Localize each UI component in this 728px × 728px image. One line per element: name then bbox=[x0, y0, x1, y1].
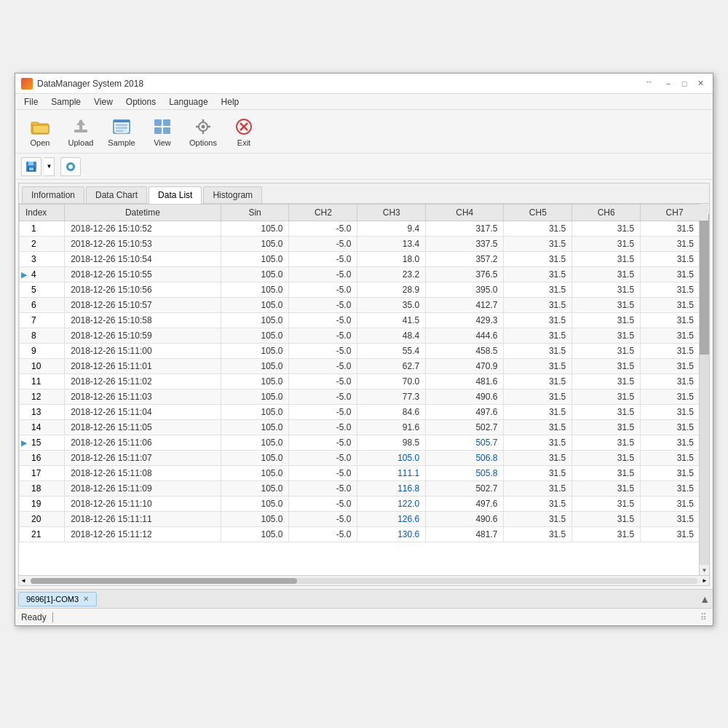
table-row[interactable]: 142018-12-26 15:11:05105.0-5.091.6502.73… bbox=[20, 420, 709, 435]
h-scroll-track[interactable] bbox=[31, 578, 697, 584]
menu-file[interactable]: File bbox=[18, 95, 44, 108]
cell-datetime: 2018-12-26 15:10:56 bbox=[65, 282, 221, 298]
table-row[interactable]: 212018-12-26 15:11:12105.0-5.0130.6481.7… bbox=[20, 527, 709, 542]
scroll-left-button[interactable]: ◄ bbox=[19, 577, 28, 584]
bottom-tab-bar: 9696[1]-COM3 ✕ ▲ bbox=[15, 589, 713, 608]
cell-ch3: 13.4 bbox=[357, 237, 426, 252]
tab-data-list[interactable]: Data List bbox=[149, 186, 202, 204]
cell-ch6: 31.5 bbox=[572, 221, 641, 237]
cell-datetime: 2018-12-26 15:11:08 bbox=[65, 466, 221, 481]
scroll-down-button[interactable]: ▼ bbox=[700, 565, 709, 575]
table-row[interactable]: 12018-12-26 15:10:52105.0-5.09.4317.531.… bbox=[20, 221, 709, 237]
table-row[interactable]: 192018-12-26 15:11:10105.0-5.0122.0497.6… bbox=[20, 496, 709, 512]
svg-rect-28 bbox=[29, 167, 33, 170]
menu-options[interactable]: Options bbox=[120, 95, 162, 108]
menu-language[interactable]: Language bbox=[163, 95, 213, 108]
table-row[interactable]: 32018-12-26 15:10:54105.0-5.018.0357.231… bbox=[20, 252, 709, 267]
upload-button[interactable]: Upload bbox=[62, 113, 100, 151]
maximize-button[interactable]: □ bbox=[678, 77, 691, 90]
second-toolbar: ▼ bbox=[15, 154, 713, 180]
table-row[interactable]: 72018-12-26 15:10:58105.0-5.041.5429.331… bbox=[20, 313, 709, 328]
cell-sin: 105.0 bbox=[221, 466, 289, 481]
cell-ch2: -5.0 bbox=[289, 344, 357, 359]
cell-ch3: 70.0 bbox=[357, 374, 426, 389]
scroll-right-button[interactable]: ► bbox=[700, 577, 709, 584]
status-text: Ready bbox=[21, 612, 47, 622]
horizontal-scrollbar[interactable]: ◄ ► bbox=[19, 575, 709, 585]
svg-rect-10 bbox=[116, 127, 127, 129]
cell-sin: 105.0 bbox=[221, 328, 289, 344]
table-row[interactable]: 62018-12-26 15:10:57105.0-5.035.0412.731… bbox=[20, 298, 709, 313]
cell-ch6: 31.5 bbox=[572, 496, 641, 512]
table-row[interactable]: 82018-12-26 15:10:59105.0-5.048.4444.631… bbox=[20, 328, 709, 344]
tab-data-chart[interactable]: Data Chart bbox=[86, 186, 147, 203]
options-button[interactable]: Options bbox=[184, 113, 222, 151]
cell-ch3: 116.8 bbox=[357, 481, 426, 496]
cell-ch5: 31.5 bbox=[504, 374, 572, 389]
save-button[interactable] bbox=[21, 157, 41, 176]
minimize-button[interactable]: − bbox=[662, 77, 675, 90]
table-row[interactable]: 122018-12-26 15:11:03105.0-5.077.3490.63… bbox=[20, 389, 709, 405]
sample-label: Sample bbox=[108, 138, 135, 147]
cell-sin: 105.0 bbox=[221, 451, 289, 466]
cell-index: 11 bbox=[20, 374, 65, 389]
menu-help[interactable]: Help bbox=[215, 95, 245, 108]
window-title: DataManager System 2018 bbox=[37, 79, 143, 89]
tab-information[interactable]: Information bbox=[22, 186, 84, 203]
cell-ch5: 31.5 bbox=[504, 481, 572, 496]
cell-ch4: 458.5 bbox=[426, 344, 504, 359]
table-row[interactable]: 172018-12-26 15:11:08105.0-5.0111.1505.8… bbox=[20, 466, 709, 481]
cell-datetime: 2018-12-26 15:10:58 bbox=[65, 313, 221, 328]
save-dropdown[interactable]: ▼ bbox=[44, 157, 55, 176]
scroll-track[interactable] bbox=[700, 214, 709, 565]
cell-ch5: 31.5 bbox=[504, 466, 572, 481]
cell-ch5: 31.5 bbox=[504, 512, 572, 527]
table-row[interactable]: 202018-12-26 15:11:11105.0-5.0126.6490.6… bbox=[20, 512, 709, 527]
cell-index: 21 bbox=[20, 527, 65, 542]
table-row[interactable]: 102018-12-26 15:11:01105.0-5.062.7470.93… bbox=[20, 359, 709, 374]
cell-ch6: 31.5 bbox=[572, 313, 641, 328]
cell-index: ▶15 bbox=[20, 435, 65, 451]
table-row[interactable]: 52018-12-26 15:10:56105.0-5.028.9395.031… bbox=[20, 282, 709, 298]
open-button[interactable]: Open bbox=[21, 113, 59, 151]
cell-ch5: 31.5 bbox=[504, 405, 572, 420]
vertical-scrollbar[interactable]: ▲ ▼ bbox=[699, 204, 709, 575]
scroll-tabs-button[interactable]: ▲ bbox=[700, 593, 710, 605]
table-row[interactable]: 182018-12-26 15:11:09105.0-5.0116.8502.7… bbox=[20, 481, 709, 496]
session-tab[interactable]: 9696[1]-COM3 ✕ bbox=[18, 592, 97, 606]
options-icon bbox=[193, 116, 213, 137]
cell-ch4: 497.6 bbox=[426, 405, 504, 420]
table-row[interactable]: 112018-12-26 15:11:02105.0-5.070.0481.63… bbox=[20, 374, 709, 389]
cell-ch3: 9.4 bbox=[357, 221, 426, 237]
cell-ch2: -5.0 bbox=[289, 313, 357, 328]
cell-index: 9 bbox=[20, 344, 65, 359]
table-row[interactable]: 92018-12-26 15:11:00105.0-5.055.4458.531… bbox=[20, 344, 709, 359]
h-scroll-thumb[interactable] bbox=[31, 578, 297, 584]
session-tab-close[interactable]: ✕ bbox=[83, 595, 89, 603]
record-button[interactable] bbox=[60, 157, 81, 176]
scroll-thumb[interactable] bbox=[700, 214, 709, 355]
svg-rect-11 bbox=[116, 130, 123, 132]
tab-histogram[interactable]: Histogram bbox=[203, 186, 262, 203]
cell-sin: 105.0 bbox=[221, 221, 289, 237]
view-button[interactable]: View bbox=[143, 113, 181, 151]
table-row[interactable]: ▶152018-12-26 15:11:06105.0-5.098.5505.7… bbox=[20, 435, 709, 451]
table-row[interactable]: ▶42018-12-26 15:10:55105.0-5.023.2376.53… bbox=[20, 267, 709, 282]
sample-button[interactable]: Sample bbox=[103, 113, 141, 151]
cell-ch2: -5.0 bbox=[289, 374, 357, 389]
cell-ch5: 31.5 bbox=[504, 313, 572, 328]
cell-ch6: 31.5 bbox=[572, 481, 641, 496]
table-row[interactable]: 22018-12-26 15:10:53105.0-5.013.4337.531… bbox=[20, 237, 709, 252]
cell-datetime: 2018-12-26 15:11:07 bbox=[65, 451, 221, 466]
table-row[interactable]: 162018-12-26 15:11:07105.0-5.0105.0506.8… bbox=[20, 451, 709, 466]
cell-ch3: 35.0 bbox=[357, 298, 426, 313]
exit-button[interactable]: Exit bbox=[225, 113, 263, 151]
sample-icon bbox=[111, 116, 132, 137]
svg-rect-8 bbox=[114, 120, 130, 122]
cell-sin: 105.0 bbox=[221, 313, 289, 328]
cell-sin: 105.0 bbox=[221, 420, 289, 435]
menu-view[interactable]: View bbox=[88, 95, 119, 108]
table-row[interactable]: 132018-12-26 15:11:04105.0-5.084.6497.63… bbox=[20, 405, 709, 420]
close-button[interactable]: ✕ bbox=[694, 77, 707, 90]
menu-sample[interactable]: Sample bbox=[45, 95, 87, 108]
